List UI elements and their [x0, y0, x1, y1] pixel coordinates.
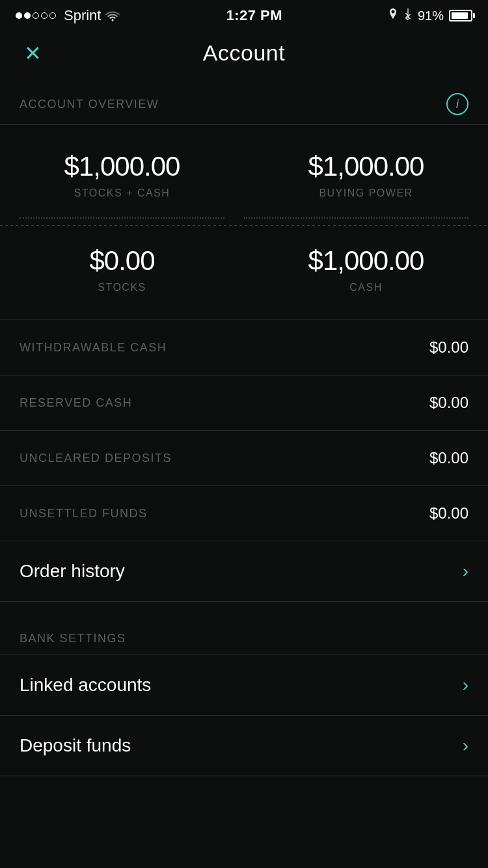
- linked-accounts-row[interactable]: Linked accounts ›: [0, 655, 488, 716]
- reserved-cash-label: RESERVED CASH: [20, 396, 132, 410]
- carrier-name: Sprint: [64, 7, 101, 24]
- cash-label: CASH: [264, 282, 468, 293]
- unsettled-funds-label: UNSETTLED FUNDS: [20, 507, 148, 521]
- reserved-cash-row: RESERVED CASH $0.00: [0, 375, 488, 431]
- deposit-funds-chevron: ›: [463, 735, 468, 756]
- deposit-funds-row[interactable]: Deposit funds ›: [0, 716, 488, 776]
- order-history-chevron: ›: [463, 561, 468, 582]
- order-history-label: Order history: [20, 561, 125, 582]
- section-spacer: [0, 602, 488, 628]
- overview-top-grid: $1,000.00 STOCKS + CASH $1,000.00 BUYING…: [0, 125, 488, 225]
- reserved-cash-value: $0.00: [429, 394, 468, 412]
- withdrawable-cash-row: WITHDRAWABLE CASH $0.00: [0, 320, 488, 375]
- stocks-cash-value: $1,000.00: [20, 151, 224, 182]
- bluetooth-icon: [403, 8, 413, 23]
- page-title: Account: [203, 40, 285, 66]
- uncleared-deposits-value: $0.00: [429, 449, 468, 467]
- signal-dot-4: [41, 12, 47, 19]
- unsettled-funds-row: UNSETTLED FUNDS $0.00: [0, 486, 488, 541]
- info-button[interactable]: i: [446, 93, 468, 115]
- stocks-value: $0.00: [20, 245, 224, 277]
- status-time: 1:27 PM: [226, 7, 282, 24]
- signal-dot-1: [16, 12, 22, 19]
- bank-settings-label: BANK SETTINGS: [20, 632, 126, 645]
- battery-percent: 91%: [418, 8, 444, 23]
- signal-dot-3: [33, 12, 39, 19]
- status-bar: Sprint 1:27 PM 91%: [0, 0, 488, 29]
- location-icon: [388, 8, 398, 23]
- withdrawable-cash-label: WITHDRAWABLE CASH: [20, 341, 167, 355]
- buying-power-value: $1,000.00: [264, 151, 468, 182]
- battery-icon: [449, 10, 472, 21]
- stocks-cash-label: STOCKS + CASH: [20, 187, 224, 199]
- signal-dot-2: [24, 12, 31, 19]
- withdrawable-cash-value: $0.00: [429, 338, 468, 357]
- stocks-label: STOCKS: [20, 282, 224, 293]
- close-button[interactable]: ✕: [20, 40, 46, 66]
- deposit-funds-label: Deposit funds: [20, 735, 131, 756]
- unsettled-funds-value: $0.00: [429, 504, 468, 522]
- status-left: Sprint: [16, 7, 120, 24]
- wifi-icon: [105, 10, 120, 21]
- cash-cell: $1,000.00 CASH: [244, 232, 488, 313]
- account-overview-section: ACCOUNT OVERVIEW i: [0, 80, 488, 124]
- account-overview-label: ACCOUNT OVERVIEW: [20, 98, 159, 111]
- order-history-row[interactable]: Order history ›: [0, 541, 488, 602]
- stocks-cash-cell: $1,000.00 STOCKS + CASH: [0, 131, 244, 219]
- status-right: 91%: [388, 8, 472, 23]
- overview-bottom-grid: $0.00 STOCKS $1,000.00 CASH: [0, 226, 488, 319]
- uncleared-deposits-label: UNCLEARED DEPOSITS: [20, 452, 172, 465]
- uncleared-deposits-row: UNCLEARED DEPOSITS $0.00: [0, 431, 488, 486]
- buying-power-label: BUYING POWER: [264, 187, 468, 199]
- stocks-cell: $0.00 STOCKS: [0, 232, 244, 313]
- linked-accounts-chevron: ›: [463, 675, 468, 696]
- info-icon: i: [456, 98, 459, 111]
- battery-fill: [452, 12, 468, 19]
- cash-value: $1,000.00: [264, 245, 468, 277]
- buying-power-cell: $1,000.00 BUYING POWER: [244, 131, 488, 219]
- signal-dot-5: [49, 12, 56, 19]
- header: ✕ Account: [0, 29, 488, 80]
- linked-accounts-label: Linked accounts: [20, 675, 151, 696]
- signal-dots: [16, 12, 56, 19]
- bank-settings-section: BANK SETTINGS: [0, 628, 488, 655]
